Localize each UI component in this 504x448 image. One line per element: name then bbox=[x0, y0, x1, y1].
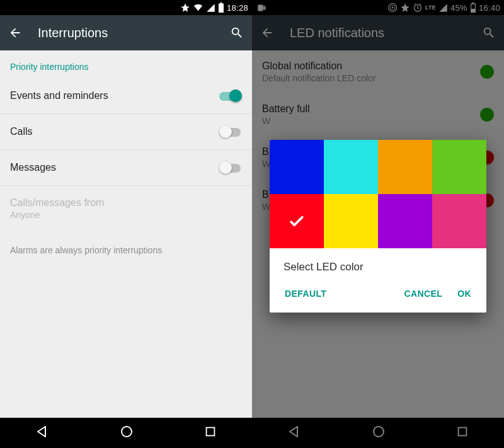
svg-point-0 bbox=[122, 427, 132, 437]
screen-interruptions: 18:28 Interruptions Priority interruptio… bbox=[0, 0, 252, 448]
wifi-icon bbox=[193, 3, 203, 13]
content-area: Priority interruptions Events and remind… bbox=[0, 50, 252, 418]
row-calls-messages-from: Calls/messages from Anyone bbox=[0, 186, 252, 231]
row-label: Calls/messages from bbox=[10, 197, 242, 209]
nav-home-button[interactable] bbox=[119, 424, 134, 442]
color-option-5[interactable] bbox=[324, 194, 378, 248]
check-icon bbox=[287, 212, 306, 231]
nav-back-button[interactable] bbox=[35, 424, 50, 442]
color-option-1[interactable] bbox=[324, 140, 378, 194]
cancel-button[interactable]: CANCEL bbox=[396, 282, 450, 305]
row-messages[interactable]: Messages bbox=[0, 150, 252, 186]
app-bar: Interruptions bbox=[0, 15, 252, 50]
color-option-2[interactable] bbox=[378, 140, 432, 194]
toggle-events[interactable] bbox=[219, 89, 242, 102]
status-time: 18:28 bbox=[227, 3, 248, 13]
row-calls[interactable]: Calls bbox=[0, 114, 252, 150]
led-color-dialog: Select LED color DEFAULT CANCEL OK bbox=[270, 140, 486, 313]
section-header: Priority interruptions bbox=[0, 50, 252, 78]
nav-bar bbox=[0, 418, 252, 448]
svg-rect-1 bbox=[207, 428, 215, 436]
status-bar: 18:28 bbox=[0, 0, 252, 15]
color-option-0[interactable] bbox=[270, 140, 324, 194]
toggle-messages[interactable] bbox=[219, 161, 242, 174]
row-sublabel: Anyone bbox=[10, 210, 242, 220]
row-label: Calls bbox=[10, 126, 219, 137]
ok-button[interactable]: OK bbox=[450, 282, 479, 305]
battery-icon bbox=[218, 3, 224, 13]
toggle-calls[interactable] bbox=[219, 125, 242, 138]
signal-icon bbox=[206, 3, 215, 13]
screen-led-notifications: LTE 45% 16:40 LED notifications Global n… bbox=[252, 0, 504, 448]
color-option-7[interactable] bbox=[432, 194, 486, 248]
row-label: Messages bbox=[10, 162, 219, 173]
row-events-reminders[interactable]: Events and reminders bbox=[0, 78, 252, 114]
nav-recent-button[interactable] bbox=[203, 425, 217, 441]
color-grid bbox=[270, 140, 486, 248]
color-option-6[interactable] bbox=[378, 194, 432, 248]
back-button[interactable] bbox=[5, 23, 25, 43]
dialog-title: Select LED color bbox=[270, 248, 486, 279]
color-option-3[interactable] bbox=[432, 140, 486, 194]
dialog-actions: DEFAULT CANCEL OK bbox=[270, 279, 486, 313]
row-label: Events and reminders bbox=[10, 90, 219, 101]
page-title: Interruptions bbox=[38, 26, 214, 40]
search-button[interactable] bbox=[227, 23, 247, 43]
color-option-4[interactable] bbox=[270, 194, 324, 248]
footer-note: Alarms are always priority interruptions bbox=[0, 231, 252, 269]
star-icon bbox=[180, 3, 190, 13]
default-button[interactable]: DEFAULT bbox=[277, 282, 334, 305]
